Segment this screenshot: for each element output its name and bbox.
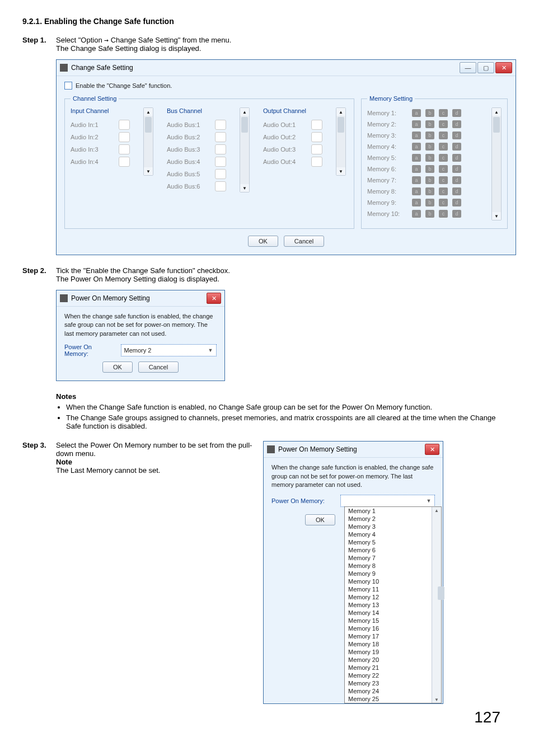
ok-button[interactable]: OK <box>305 514 335 525</box>
memory-group-button[interactable]: b <box>425 210 434 218</box>
dropdown-option[interactable]: Memory 21 <box>345 664 432 672</box>
memory-group-button[interactable]: d <box>452 165 461 173</box>
ok-button[interactable]: OK <box>102 361 133 373</box>
dropdown-option[interactable]: Memory 5 <box>345 538 432 546</box>
memory-group-button[interactable]: a <box>412 154 421 162</box>
scroll-thumb[interactable] <box>493 117 500 133</box>
dropdown-option[interactable]: Memory 9 <box>345 570 432 577</box>
scroll-up-icon[interactable]: ▲ <box>336 108 345 116</box>
memory-group-button[interactable]: a <box>412 120 421 128</box>
dropdown-option[interactable]: Memory 6 <box>345 546 432 554</box>
memory-group-button[interactable]: b <box>425 176 434 184</box>
dropdown-option[interactable]: Memory 14 <box>345 609 432 617</box>
cancel-button[interactable]: Cancel <box>138 361 179 373</box>
memory-group-button[interactable]: d <box>452 154 461 162</box>
memory-group-button[interactable]: c <box>439 154 448 162</box>
memory-group-button[interactable]: d <box>452 176 461 184</box>
scroll-thumb[interactable] <box>241 117 248 133</box>
dropdown-option[interactable]: Memory 11 <box>345 585 432 593</box>
memory-group-button[interactable]: a <box>412 132 421 139</box>
close-button[interactable]: ✕ <box>425 444 439 455</box>
memory-group-button[interactable]: a <box>412 199 421 206</box>
dropdown-option[interactable]: Memory 17 <box>345 632 432 640</box>
memory-group-button[interactable]: d <box>452 132 461 139</box>
memory-group-button[interactable]: d <box>452 120 461 128</box>
dropdown-option[interactable]: Memory 19 <box>345 648 432 656</box>
dropdown-option[interactable]: Memory 8 <box>345 562 432 570</box>
memory-group-button[interactable]: b <box>425 154 434 162</box>
memory-group-button[interactable]: b <box>425 199 434 206</box>
channel-toggle[interactable] <box>215 169 226 179</box>
memory-group-button[interactable]: c <box>439 187 448 195</box>
input-scrollbar[interactable]: ▲ ▼ <box>143 107 153 176</box>
enable-change-safe-checkbox[interactable] <box>64 82 72 90</box>
memory-group-button[interactable]: b <box>425 187 434 195</box>
channel-toggle[interactable] <box>311 132 322 142</box>
scroll-down-icon[interactable]: ▼ <box>336 167 345 175</box>
memory-group-button[interactable]: c <box>439 165 448 173</box>
channel-toggle[interactable] <box>119 157 130 167</box>
dropdown-option[interactable]: Memory 22 <box>345 672 432 679</box>
memory-group-button[interactable]: d <box>452 199 461 206</box>
memory-group-button[interactable]: c <box>439 176 448 184</box>
dropdown-option[interactable]: Memory 12 <box>345 593 432 601</box>
channel-toggle[interactable] <box>311 144 322 154</box>
memory-group-button[interactable]: b <box>425 120 434 128</box>
cancel-button[interactable]: Cancel <box>284 236 324 247</box>
dropdown-option[interactable]: Memory 23 <box>345 679 432 687</box>
dropdown-option[interactable]: Memory 25 <box>345 695 432 703</box>
dropdown-option[interactable]: Memory 2 <box>345 515 432 523</box>
channel-toggle[interactable] <box>119 144 130 154</box>
scroll-down-icon[interactable]: ▼ <box>144 167 153 175</box>
channel-toggle[interactable] <box>119 120 130 130</box>
memory-group-button[interactable]: c <box>439 109 448 117</box>
channel-toggle[interactable] <box>215 144 226 154</box>
ok-button[interactable]: OK <box>248 236 278 247</box>
memory-group-button[interactable]: c <box>439 199 448 206</box>
memory-group-button[interactable]: c <box>439 143 448 151</box>
channel-toggle[interactable] <box>215 157 226 167</box>
memory-group-button[interactable]: b <box>425 165 434 173</box>
scroll-down-icon[interactable]: ▼ <box>492 212 501 220</box>
dropdown-option[interactable]: Memory 16 <box>345 624 432 632</box>
channel-toggle[interactable] <box>311 157 322 167</box>
memory-group-button[interactable]: a <box>412 143 421 151</box>
memory-group-button[interactable]: d <box>452 143 461 151</box>
channel-toggle[interactable] <box>311 120 322 130</box>
dropdown-option[interactable]: Memory 13 <box>345 601 432 609</box>
memory-group-button[interactable]: c <box>439 120 448 128</box>
dropdown-option[interactable]: Memory 18 <box>345 640 432 648</box>
power-on-memory-select[interactable]: Memory 2 ▼ <box>121 344 217 356</box>
memory-group-button[interactable]: b <box>425 109 434 117</box>
scroll-down-icon[interactable]: ▼ <box>432 696 441 703</box>
channel-toggle[interactable] <box>215 120 226 130</box>
scroll-up-icon[interactable]: ▲ <box>432 507 441 514</box>
scroll-thumb[interactable] <box>338 117 344 133</box>
dropdown-scrollbar[interactable]: ▲ ▼ <box>432 507 441 703</box>
memory-scrollbar[interactable]: ▲ ▼ <box>491 107 502 220</box>
memory-group-button[interactable]: a <box>412 176 421 184</box>
dropdown-option[interactable]: Memory 4 <box>345 530 432 538</box>
memory-group-button[interactable]: b <box>425 143 434 151</box>
dropdown-option[interactable]: Memory 3 <box>345 523 432 530</box>
power-on-memory-dropdown-list[interactable]: Memory 1Memory 2Memory 3Memory 4Memory 5… <box>344 506 442 703</box>
memory-group-button[interactable]: a <box>412 210 421 218</box>
scroll-up-icon[interactable]: ▲ <box>144 108 153 116</box>
dropdown-option[interactable]: Memory 15 <box>345 617 432 624</box>
memory-group-button[interactable]: a <box>412 109 421 117</box>
channel-toggle[interactable] <box>215 132 226 142</box>
scroll-down-icon[interactable]: ▼ <box>240 184 249 192</box>
memory-group-button[interactable]: d <box>452 210 461 218</box>
dropdown-option[interactable]: Memory 10 <box>345 577 432 585</box>
power-on-memory-select[interactable]: ▼ <box>340 495 435 507</box>
memory-group-button[interactable]: d <box>452 187 461 195</box>
close-button[interactable]: ✕ <box>207 293 221 304</box>
dropdown-option[interactable]: Memory 24 <box>345 687 432 695</box>
scroll-up-icon[interactable]: ▲ <box>492 108 501 116</box>
dropdown-option[interactable]: Memory 20 <box>345 656 432 664</box>
memory-group-button[interactable]: b <box>425 132 434 139</box>
memory-group-button[interactable]: a <box>412 187 421 195</box>
scroll-thumb[interactable] <box>438 586 444 600</box>
memory-group-button[interactable]: c <box>439 210 448 218</box>
memory-group-button[interactable]: d <box>452 109 461 117</box>
